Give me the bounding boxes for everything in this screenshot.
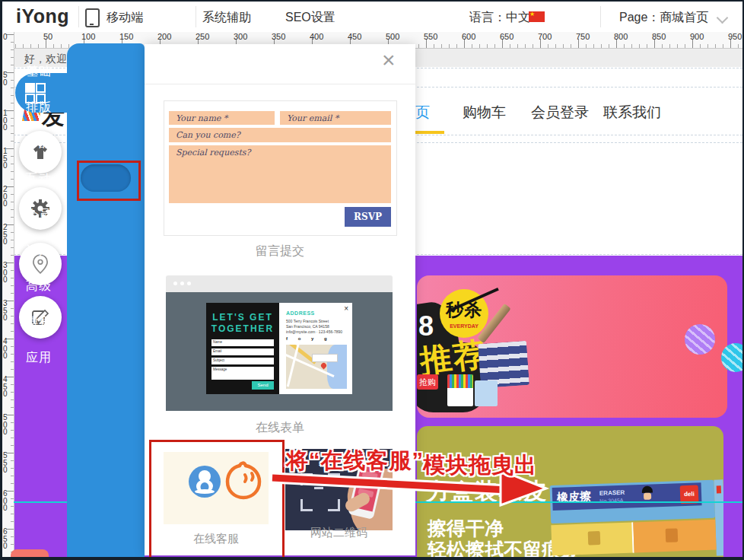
browser-body: LET'S GET TOGETHER Name Email Subject Me… <box>166 292 393 411</box>
ruler-label: 200 <box>157 32 171 41</box>
chevron-down-icon[interactable] <box>717 12 729 24</box>
ruler-label: 700 <box>538 32 552 41</box>
ruler-label: 900 <box>690 32 704 41</box>
app-logo: iYong <box>16 5 69 27</box>
annotation-text-2: 模块拖曳出 <box>423 450 537 481</box>
ruler-label: 300 <box>234 32 247 41</box>
site-nav-login[interactable]: 会员登录 <box>531 103 589 123</box>
close-icon[interactable]: × <box>382 49 396 72</box>
popup-address-line: info@mysite.com · 123-456-7890 <box>286 329 342 334</box>
eraser-box-yellow <box>551 522 634 555</box>
ruler-label: 650 <box>500 32 513 41</box>
ruler-label: 650 <box>3 528 11 550</box>
form-popup-right: × ADDRESS 500 Terry Francois Street San … <box>279 303 352 394</box>
editor-window: 好，欢迎来 发 页 购物车 会员登录 联系我们 8 秒杀 EVERYDAY 推荐… <box>0 0 744 560</box>
popup-address-title: ADDRESS <box>286 310 315 316</box>
ruler-label: 750 <box>576 32 590 41</box>
module-category-sidebar <box>67 43 145 557</box>
site-nav-contact[interactable]: 联系我们 <box>603 103 661 123</box>
name-field-preview: Your name * <box>169 111 275 125</box>
soldier-cartoon <box>644 493 651 500</box>
popup-field-message: Message <box>211 367 274 380</box>
ruler-label: 150 <box>119 32 133 41</box>
ruler-label: 350 <box>272 32 285 41</box>
window-border <box>0 0 2 560</box>
eraser-product-image: 橡皮擦 ERASER No.3045A deli <box>549 467 723 557</box>
popup-address-line: 500 Terry Francois Street <box>286 319 329 323</box>
modules-panel-header: × <box>145 44 415 84</box>
ruler-label: 800 <box>614 32 628 41</box>
mobile-icon <box>85 8 100 27</box>
form-popup-preview: LET'S GET TOGETHER Name Email Subject Me… <box>206 303 352 394</box>
email-field-preview: Your email * <box>280 111 391 125</box>
ruler-label: 500 <box>3 414 11 436</box>
module-preview-form[interactable]: LET'S GET TOGETHER Name Email Subject Me… <box>166 275 393 411</box>
rsvp-button-preview: RSVP <box>345 207 391 227</box>
caption-site-qrcode: 网站二维码 <box>285 526 393 540</box>
annotation-box-interact <box>77 161 141 201</box>
language-selector[interactable]: 语言：中文 <box>469 10 530 26</box>
toolbar-divider <box>78 6 79 27</box>
sidebar-item-member[interactable]: 会员 <box>0 207 78 223</box>
ruler-label: 600 <box>3 490 11 512</box>
social-icons: f o y g <box>286 336 332 341</box>
popup-close-icon: × <box>344 304 348 313</box>
browser-bar <box>166 275 393 292</box>
sidebar-item-apps[interactable]: 应用 <box>0 350 78 366</box>
sidebar-item-product[interactable]: 产品 <box>0 135 78 151</box>
sidebar-item-interact[interactable]: 互动 <box>0 171 78 187</box>
seo-settings-button[interactable]: SEO设置 <box>285 10 335 26</box>
decor-ball <box>685 324 715 355</box>
sidebar-item-blog[interactable]: 博客 <box>0 314 78 330</box>
flash-sale-banner: 8 秒杀 EVERYDAY 推荐 抢购 <box>417 275 727 418</box>
ruler-label: 950 <box>728 32 742 41</box>
popup-send-button: Send <box>252 381 274 390</box>
eraser-box-orange <box>633 520 716 553</box>
caption-message-submit: 留言提交 <box>145 243 415 259</box>
ruler-label: 550 <box>3 452 11 474</box>
annotation-text-1: 将“在线客服” <box>286 446 424 476</box>
site-nav-cart[interactable]: 购物车 <box>463 103 506 123</box>
sidebar-item-advanced[interactable]: 高级 <box>0 278 78 294</box>
banner-number: 8 <box>418 310 434 342</box>
ruler-label: 500 <box>386 32 399 41</box>
requests-field-preview: Special requests? <box>169 145 391 203</box>
map-preview <box>286 345 347 389</box>
pen-pack-image <box>475 380 498 406</box>
popup-address-line: San Francisco, CA 94158 <box>286 324 329 329</box>
top-toolbar: iYong 移动端 系统辅助 SEO设置 语言：中文 ★ Page：商城首页 <box>2 2 742 32</box>
page-selector[interactable]: Page：商城首页 <box>619 10 708 26</box>
system-assist-button[interactable]: 系统辅助 <box>202 10 251 26</box>
china-flag-icon: ★ <box>529 11 545 22</box>
popup-field-subject: Subject <box>211 358 274 364</box>
ruler-label: 600 <box>462 32 475 41</box>
ruler-label: 100 <box>81 32 95 41</box>
ruler-label: 250 <box>196 32 209 41</box>
toolbar-divider <box>600 6 601 27</box>
ruler-label: 0 <box>3 33 11 41</box>
come-field-preview: Can you come? <box>169 128 391 142</box>
popup-field-email: Email <box>211 348 274 355</box>
ruler-label: 550 <box>424 32 437 41</box>
ruler-label: 200 <box>3 186 11 208</box>
window-border <box>0 0 744 2</box>
eraser-label-en: ERASER <box>599 489 625 497</box>
mobile-view-button[interactable]: 移动端 <box>107 10 143 26</box>
soldier-cartoon <box>642 486 653 493</box>
badge-subtext: EVERYDAY <box>440 323 488 329</box>
sidebar-item-basic[interactable]: 基础 <box>0 64 78 80</box>
window-border <box>0 557 744 560</box>
ruler-label: 850 <box>652 32 666 41</box>
ruler-label: 400 <box>310 32 323 41</box>
nav-active-underline <box>415 131 444 134</box>
pen-pack-image <box>447 374 473 406</box>
map-pin-icon <box>320 362 328 370</box>
site-nav-home[interactable]: 页 <box>415 103 430 123</box>
popup-field-name: Name <box>211 339 274 346</box>
annotation-box-service <box>149 440 285 560</box>
ruler-label: 450 <box>348 32 361 41</box>
sidebar-item-layout[interactable]: 排版 <box>0 100 78 116</box>
sidebar-item-order[interactable]: 订购 <box>0 243 78 259</box>
module-preview-message[interactable]: Your name * Your email * Can you come? S… <box>164 100 397 236</box>
banner-tag: 抢购 <box>417 374 438 390</box>
